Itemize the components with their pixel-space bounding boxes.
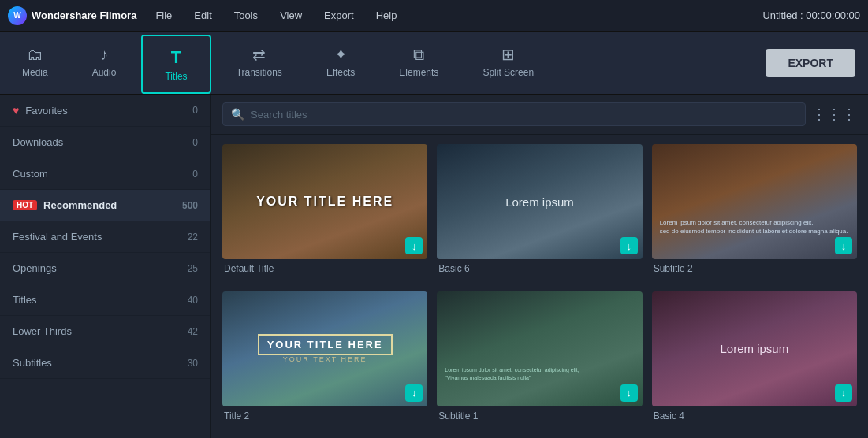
content-area: 🔍 ⋮⋮⋮ YOUR TITLE HERE ↓ Default Title Lo… <box>211 95 868 438</box>
sidebar-item-subtitles[interactable]: Subtitles 30 <box>0 347 210 379</box>
titles-count: 40 <box>188 295 198 306</box>
heart-icon: ♥ <box>13 104 19 117</box>
custom-label: Custom <box>13 168 192 180</box>
thumb-title-text: YOUR TITLE HERE <box>256 195 393 209</box>
subtitles-label: Subtitles <box>13 357 188 369</box>
menu-edit[interactable]: Edit <box>191 9 214 21</box>
search-bar: 🔍 <box>222 102 806 126</box>
thumb-label: Subtitle 1 <box>437 410 642 421</box>
toolbar-audio[interactable]: ♪ Audio <box>70 32 139 94</box>
sidebar-item-openings[interactable]: Openings 25 <box>0 253 210 284</box>
toolbar-transitions[interactable]: ⇄ Transitions <box>214 32 304 94</box>
search-input[interactable] <box>251 109 797 121</box>
thumb-subtitle-text: Lorem ipsum <box>720 342 788 355</box>
download-button[interactable]: ↓ <box>620 384 638 402</box>
recommended-label: Recommended <box>43 199 182 211</box>
thumbnail-subtitle-2: Lorem ipsum dolor sit amet, consectetur … <box>652 144 857 259</box>
favorites-label: Favorites <box>25 105 192 117</box>
downloads-count: 0 <box>192 137 198 148</box>
sidebar-item-downloads[interactable]: Downloads 0 <box>0 127 210 158</box>
audio-icon: ♪ <box>100 46 108 64</box>
thumbnail-title-2: YOUR TITLE HERE YOUR TEXT HERE ↓ <box>222 291 427 406</box>
list-item[interactable]: Lorem ipsum ↓ Basic 4 <box>652 291 857 429</box>
custom-count: 0 <box>192 169 198 180</box>
list-item[interactable]: Lorem ipsum dolor sit amet, consectetur … <box>437 291 642 429</box>
toolbar: 🗂 Media ♪ Audio T Titles ⇄ Transitions ✦… <box>0 32 868 95</box>
toolbar-effects[interactable]: ✦ Effects <box>304 32 377 94</box>
subtitles-count: 30 <box>188 358 198 369</box>
titles-label: Titles <box>13 294 188 306</box>
transitions-icon: ⇄ <box>252 45 266 64</box>
toolbar-audio-label: Audio <box>92 67 117 78</box>
toolbar-titles[interactable]: T Titles <box>141 35 210 94</box>
toolbar-splitscreen-label: Split Screen <box>482 67 534 78</box>
download-button[interactable]: ↓ <box>835 237 852 254</box>
splitscreen-icon: ⊞ <box>501 45 515 64</box>
download-button[interactable]: ↓ <box>405 237 423 254</box>
title2-box: YOUR TITLE HERE <box>258 334 393 355</box>
thumb-label: Basic 4 <box>652 410 857 421</box>
download-button[interactable]: ↓ <box>620 237 638 254</box>
thumb-subtitle-text: Lorem ipsum <box>505 195 574 209</box>
toolbar-effects-label: Effects <box>326 67 355 78</box>
sidebar-item-recommended[interactable]: HOT Recommended 500 <box>0 190 210 221</box>
downloads-label: Downloads <box>13 136 192 148</box>
app-name: Wondershare Filmora <box>32 9 136 21</box>
favorites-count: 0 <box>192 105 198 116</box>
sidebar-item-titles[interactable]: Titles 40 <box>0 284 210 316</box>
thumbnail-subtitle-1: Lorem ipsum dolor sit amet, consectetur … <box>437 291 642 406</box>
festival-count: 22 <box>188 232 198 243</box>
toolbar-splitscreen[interactable]: ⊞ Split Screen <box>460 32 556 94</box>
toolbar-elements[interactable]: ⧉ Elements <box>377 32 460 94</box>
lowerthirds-count: 42 <box>188 326 198 337</box>
app-logo-icon: W <box>8 6 27 25</box>
search-icon: 🔍 <box>231 108 244 121</box>
list-item[interactable]: Lorem ipsum dolor sit amet, consectetur … <box>652 144 857 282</box>
sidebar-item-festival[interactable]: Festival and Events 22 <box>0 221 210 253</box>
hot-badge: HOT <box>13 200 37 210</box>
thumbnail-default-title: YOUR TITLE HERE ↓ <box>222 144 427 259</box>
app-logo: W Wondershare Filmora <box>8 6 136 25</box>
openings-label: Openings <box>13 262 188 274</box>
elements-icon: ⧉ <box>413 46 424 64</box>
thumbnail-basic-6: Lorem ipsum ↓ <box>437 144 642 259</box>
lowerthirds-label: Lower Thirds <box>13 325 188 337</box>
titles-icon: T <box>171 47 181 68</box>
openings-count: 25 <box>188 263 198 274</box>
thumbnails-grid: YOUR TITLE HERE ↓ Default Title Lorem ip… <box>211 135 868 438</box>
title2-subtext: YOUR TEXT HERE <box>258 355 393 363</box>
menu-bar: W Wondershare Filmora File Edit Tools Vi… <box>0 0 868 32</box>
toolbar-media[interactable]: 🗂 Media <box>0 32 70 94</box>
search-bar-container: 🔍 ⋮⋮⋮ <box>211 95 868 135</box>
list-item[interactable]: YOUR TITLE HERE ↓ Default Title <box>222 144 427 282</box>
list-item[interactable]: Lorem ipsum ↓ Basic 6 <box>437 144 642 282</box>
menu-export[interactable]: Export <box>321 9 357 21</box>
thumb-label: Title 2 <box>222 410 427 421</box>
toolbar-elements-label: Elements <box>399 67 438 78</box>
menu-view[interactable]: View <box>277 9 305 21</box>
list-item[interactable]: YOUR TITLE HERE YOUR TEXT HERE ↓ Title 2 <box>222 291 427 429</box>
title-time: Untitled : 00:00:00:00 <box>762 9 860 21</box>
media-icon: 🗂 <box>27 46 43 64</box>
thumb-label: Basic 6 <box>437 263 642 274</box>
main-content: ♥ Favorites 0 Downloads 0 Custom 0 HOT R… <box>0 95 868 438</box>
toolbar-media-label: Media <box>22 67 48 78</box>
sidebar-item-lowerthirds[interactable]: Lower Thirds 42 <box>0 316 210 347</box>
effects-icon: ✦ <box>334 45 348 64</box>
download-button[interactable]: ↓ <box>835 384 852 402</box>
thumb-label: Default Title <box>222 263 427 274</box>
export-button[interactable]: EXPORT <box>766 49 855 77</box>
menu-file[interactable]: File <box>152 9 175 21</box>
thumbnail-basic-4: Lorem ipsum ↓ <box>652 291 857 406</box>
toolbar-titles-label: Titles <box>165 71 187 82</box>
festival-label: Festival and Events <box>13 231 188 243</box>
download-button[interactable]: ↓ <box>405 384 423 402</box>
toolbar-transitions-label: Transitions <box>237 67 282 78</box>
sidebar-item-custom[interactable]: Custom 0 <box>0 158 210 190</box>
grid-toggle-icon[interactable]: ⋮⋮⋮ <box>812 106 857 123</box>
menu-tools[interactable]: Tools <box>231 9 261 21</box>
thumb-label: Subtitle 2 <box>652 263 857 274</box>
sidebar: ♥ Favorites 0 Downloads 0 Custom 0 HOT R… <box>0 95 211 438</box>
sidebar-item-favorites[interactable]: ♥ Favorites 0 <box>0 95 210 127</box>
menu-help[interactable]: Help <box>373 9 400 21</box>
